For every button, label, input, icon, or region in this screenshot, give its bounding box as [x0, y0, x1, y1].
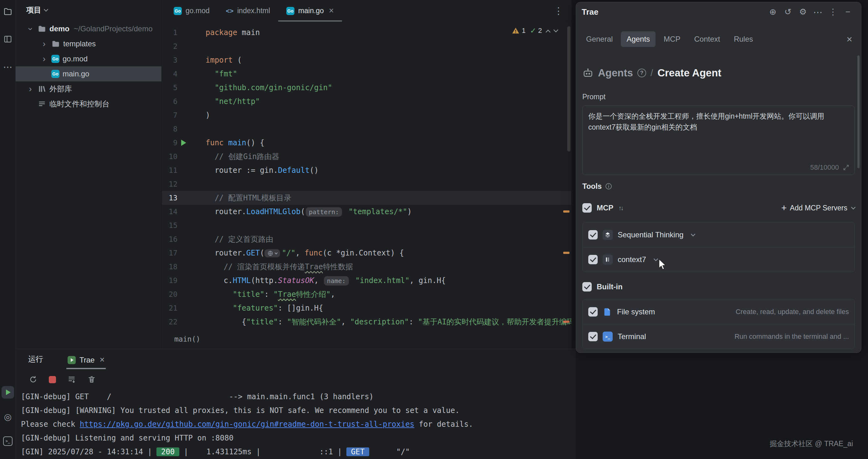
run-play-icon[interactable] [0, 385, 16, 400]
html-icon: <> [226, 7, 234, 15]
mcp-server-row[interactable]: Sequential Thinking [583, 222, 855, 247]
rerun-icon[interactable] [29, 375, 37, 384]
line-number: 3 [162, 53, 178, 67]
go-icon: Go [174, 7, 182, 15]
code-line-15: 15 [162, 219, 571, 232]
settings-icon[interactable]: ⚙ [796, 7, 810, 17]
services-icon[interactable]: ◎ [0, 409, 16, 424]
close-icon[interactable]: × [99, 355, 104, 365]
layout-icon[interactable] [0, 32, 16, 46]
editor-scrollbar[interactable] [567, 26, 570, 151]
checkbox[interactable] [588, 230, 598, 239]
code-line-21: 21 "features": []gin.H{ [162, 301, 571, 315]
run-tab-trae[interactable]: Trae × [66, 355, 106, 369]
tree-item[interactable]: ›Gogo.mod [16, 51, 161, 66]
more-h-icon[interactable]: ⋯ [810, 6, 826, 18]
run-toolbar [16, 369, 576, 390]
code-line-5: 5 "github.com/gin-gonic/gin" [162, 81, 571, 94]
checkbox[interactable] [588, 255, 598, 264]
trae-tab-Context[interactable]: Context [688, 31, 725, 47]
code-editor[interactable]: 1package main23import (4 "fmt"5 "github.… [162, 22, 571, 330]
prompt-input[interactable]: 你是一个资深的全栈开发工程师，擅长使用gin+html开发网站。你可以调用con… [582, 106, 855, 175]
prev-issue-icon[interactable] [546, 29, 551, 34]
history-icon[interactable]: ↺ [780, 7, 796, 17]
clear-icon[interactable] [67, 375, 76, 384]
expand-icon[interactable] [843, 164, 849, 171]
chevron-down-icon[interactable] [691, 232, 695, 236]
run-panel: 运行 Trae × [GIN-debug] GET / --> main.mai… [16, 349, 576, 459]
inspections-widget[interactable]: 1 ✓2 [512, 26, 558, 35]
checkbox[interactable] [588, 307, 598, 317]
tree-item[interactable]: 临时文件和控制台 [16, 96, 161, 112]
editor-tab-main.go[interactable]: Gomain.go× [278, 0, 342, 22]
builtin-tool-row[interactable]: File systemCreate, read, update, and del… [583, 299, 855, 324]
trae-tab-Rules[interactable]: Rules [728, 31, 758, 47]
sequential-icon [603, 230, 613, 240]
go-icon: Go [286, 7, 294, 15]
line-number: 14 [162, 205, 178, 219]
stop-icon[interactable] [49, 376, 56, 383]
more-h-icon[interactable]: ⋯ [0, 59, 16, 74]
close-icon[interactable]: × [329, 6, 334, 16]
code-line-10: 10 // 创建Gin路由器 [162, 150, 571, 164]
trae-tab-Agents[interactable]: Agents [621, 31, 655, 47]
help-icon[interactable]: ? [638, 68, 646, 77]
trae-tabs: GeneralAgentsMCPContextRules × [576, 29, 861, 49]
folder-icon [37, 24, 46, 33]
tree-item[interactable]: Gomain.go [16, 66, 161, 81]
next-issue-icon[interactable] [554, 27, 559, 32]
tree-item[interactable]: ›外部库 [16, 81, 161, 96]
terminal-icon: >_ [603, 332, 613, 342]
chevron-down-icon: › [26, 25, 35, 33]
line-number: 5 [162, 81, 178, 94]
mcp-checkbox[interactable] [582, 203, 592, 212]
info-icon[interactable] [605, 182, 612, 190]
url-inlay-icon[interactable] [265, 249, 280, 257]
code-line-14: 14 router.LoadHTMLGlob(pattern: "templat… [162, 205, 571, 219]
builtin-checkbox[interactable] [582, 282, 592, 291]
context7-icon [603, 255, 613, 264]
trae-tab-MCP[interactable]: MCP [658, 31, 686, 47]
agents-section-label[interactable]: Agents [598, 67, 633, 79]
trae-panel: Trae ⊕↺⚙⋯⋮− GeneralAgentsMCPContextRules… [576, 2, 861, 353]
code-line-20: 20 "title": "Trae特性介绍", [162, 287, 571, 301]
tab-options-kebab-icon[interactable]: ⋮ [554, 5, 571, 16]
editor-tab-index.html[interactable]: <>index.html [218, 0, 278, 22]
kebab-icon[interactable]: ⋮ [826, 7, 840, 17]
trash-icon[interactable] [87, 375, 96, 384]
library-icon [37, 85, 46, 93]
console-line: Please check https://pkg.go.dev/github.c… [21, 418, 576, 431]
plus-icon: + [781, 204, 787, 212]
line-number: 22 [162, 315, 178, 329]
checkbox[interactable] [588, 332, 598, 341]
editor-tab-go.mod[interactable]: Gogo.mod [165, 0, 218, 22]
panel-scrollbar[interactable] [857, 55, 860, 168]
code-line-11: 11 router := gin.Default() [162, 164, 571, 177]
console-output[interactable]: [GIN-debug] GET / --> main.main.func1 (3… [16, 390, 576, 459]
mouse-cursor [657, 258, 666, 272]
sort-icon[interactable]: ↑↓ [618, 204, 623, 212]
mcp-server-row[interactable]: context7 [583, 247, 855, 272]
builtin-tool-row[interactable]: >_TerminalRun commands in the terminal a… [583, 324, 855, 349]
new-chat-icon[interactable]: ⊕ [765, 7, 780, 17]
run-gutter-icon[interactable] [181, 140, 186, 146]
breadcrumb[interactable]: main() [162, 330, 571, 348]
trae-tab-General[interactable]: General [581, 31, 618, 47]
line-number: 10 [162, 150, 178, 164]
term-strip-icon[interactable]: >_ [0, 434, 16, 448]
code-line-18: 18 // 渲染首页模板并传递Trae特性数据 [162, 260, 571, 274]
console-line: [GIN-debug] Listening and serving HTTP o… [21, 431, 576, 445]
run-panel-title: 运行 [28, 354, 43, 364]
editor-tabbar: Gogo.mod<>index.htmlGomain.go× ⋮ [162, 0, 571, 22]
project-panel-header[interactable]: 项目 [16, 0, 161, 20]
minimize-icon[interactable]: − [840, 7, 856, 17]
tree-item[interactable]: ›templates [16, 36, 161, 51]
close-icon[interactable]: × [846, 33, 857, 45]
filesystem-icon [603, 307, 612, 317]
code-line-4: 4 "fmt" [162, 67, 571, 81]
project-icon[interactable] [0, 4, 16, 19]
tree-item[interactable]: ›demo~/GolandProjects/demo [16, 21, 161, 36]
add-mcp-servers-button[interactable]: + Add MCP Servers [781, 204, 855, 212]
builtin-tools-list: File systemCreate, read, update, and del… [582, 299, 855, 349]
go-icon: Go [51, 55, 59, 63]
